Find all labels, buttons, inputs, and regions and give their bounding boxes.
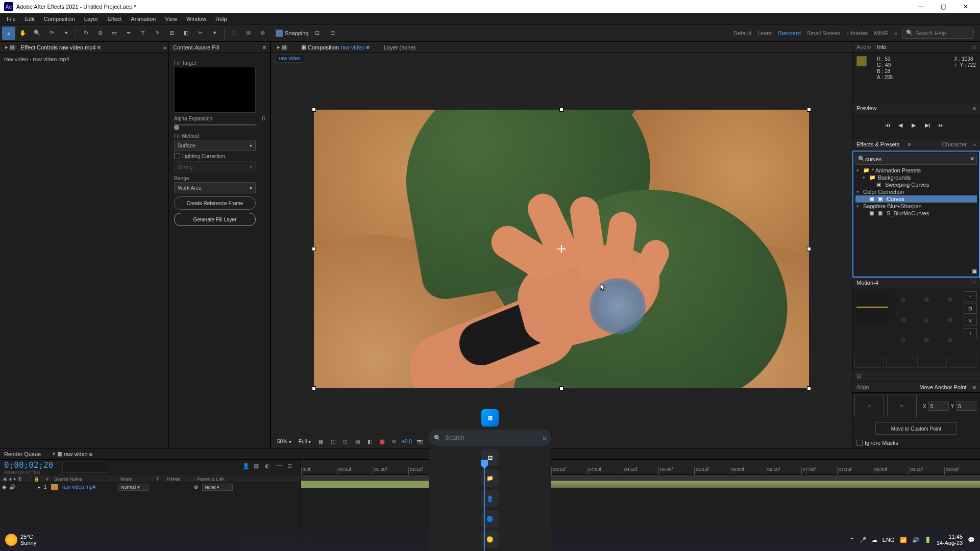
first-frame-button[interactable]: ⏮	[885, 122, 894, 131]
roto-tool[interactable]: ✂	[193, 27, 207, 40]
zoom-select[interactable]: 50% ▾	[275, 439, 293, 444]
roi-icon[interactable]: ⊡	[340, 437, 350, 446]
tabs-overflow-icon[interactable]: »	[973, 141, 976, 147]
parent-select[interactable]: None ▾	[202, 484, 233, 491]
next-frame-button[interactable]: ▶|	[925, 122, 934, 131]
axis-tool[interactable]: ✦	[59, 27, 72, 40]
menu-layer[interactable]: Layer	[80, 14, 103, 23]
motion-side-btn[interactable]: X	[964, 316, 977, 326]
blend-mode-select[interactable]: Normal ▾	[118, 484, 149, 491]
motion-graph[interactable]	[855, 291, 889, 322]
snap-collapse-icon[interactable]: ⊟	[326, 27, 339, 40]
tray-mic-icon[interactable]: 🎤	[860, 537, 867, 543]
lighting-checkbox[interactable]	[174, 153, 180, 159]
header-parent[interactable]: Parent & Link	[194, 477, 250, 482]
menu-composition[interactable]: Composition	[39, 14, 80, 23]
zoom-tool[interactable]: 🔍	[31, 27, 44, 40]
panel-menu-icon[interactable]: ≡	[973, 105, 976, 111]
world-axis-icon[interactable]: ⬢	[242, 27, 255, 40]
eraser-tool[interactable]: ◧	[179, 27, 192, 40]
layer-row-1[interactable]: ◉ 🔊 ▸ 1 raw video.mp4 Normal ▾ ⊚ None ▾	[0, 483, 301, 491]
puppet-tool[interactable]: ✦	[208, 27, 221, 40]
workspace-smallscreen[interactable]: Small Screen	[807, 30, 840, 36]
prev-frame-button[interactable]: ◀	[898, 122, 908, 131]
audio-toggle[interactable]: 🔊	[7, 484, 14, 490]
audio-tab[interactable]: Audio	[856, 44, 871, 50]
motion-cell[interactable]: ◇	[939, 312, 961, 327]
taskbar-search[interactable]: 🔍 b	[429, 430, 551, 446]
motion-side-btn[interactable]: ↕	[964, 328, 977, 338]
effect-controls-tab[interactable]: Effect Controls raw video.mp4 ≡	[18, 44, 104, 51]
people-icon[interactable]: 👤	[481, 490, 499, 507]
handle-tm[interactable]	[559, 108, 564, 112]
project-tab-icon[interactable]: ▸ ▦	[2, 44, 18, 51]
tree-sweeping-curves[interactable]: ▣Sweeping Curves	[855, 181, 977, 188]
workspace-mine[interactable]: MINE	[874, 30, 888, 36]
local-axis-icon[interactable]: ⬡	[228, 27, 241, 40]
tray-chevron-icon[interactable]: ⌃	[850, 537, 854, 543]
composition-frame[interactable]	[314, 110, 809, 388]
snapping-checkbox[interactable]	[276, 30, 283, 37]
header-source[interactable]: Source Name	[51, 477, 117, 482]
tree-curves[interactable]: ▣▣Curves	[855, 195, 977, 203]
snap-edge-icon[interactable]: ⊡	[311, 27, 324, 40]
fill-method-select[interactable]: Surface ▾	[174, 140, 256, 151]
tray-battery-icon[interactable]: 🔋	[924, 537, 932, 543]
caf-menu-icon[interactable]: ≡	[263, 44, 266, 51]
workspace-libraries[interactable]: Libraries	[846, 30, 868, 36]
timeline-search[interactable]	[62, 462, 108, 473]
handle-ml[interactable]	[312, 247, 316, 251]
motion-cell[interactable]: ◇	[916, 332, 937, 347]
motion-cell[interactable]: ◇	[939, 332, 961, 347]
playhead[interactable]	[484, 460, 485, 551]
motion4-tab[interactable]: Motion-4	[856, 280, 878, 286]
menu-effect[interactable]: Effect	[103, 14, 126, 23]
close-button[interactable]: ✕	[955, 0, 976, 13]
shy-icon[interactable]: 👤	[242, 463, 252, 472]
explorer-icon[interactable]: 📁	[481, 469, 499, 487]
create-reference-button[interactable]: Create Reference Frame	[174, 196, 256, 210]
motionblur-icon[interactable]: ◐	[265, 463, 274, 472]
move-anchor-tab[interactable]: Move Anchor Point	[919, 384, 966, 390]
graph-icon[interactable]: 〰	[276, 463, 285, 472]
anchor-y-input[interactable]	[956, 402, 976, 411]
panel-menu-icon[interactable]: ≡	[973, 280, 976, 286]
clone-tool[interactable]: ⊞	[165, 27, 178, 40]
new-bin-icon[interactable]: ▣	[855, 268, 977, 274]
effects-presets-tab[interactable]: Effects & Presets	[856, 141, 899, 147]
align-tab[interactable]: Align	[856, 384, 869, 390]
tab-menu-icon[interactable]: ≡	[97, 44, 101, 51]
header-t[interactable]: T	[153, 477, 163, 482]
frameblend-icon[interactable]: ▦	[254, 463, 263, 472]
view-axis-icon[interactable]: ⬣	[256, 27, 270, 40]
anchor-x-input[interactable]	[928, 402, 949, 411]
motion-btn[interactable]	[886, 356, 916, 368]
alpha-expansion-slider[interactable]	[174, 124, 256, 130]
clear-search-icon[interactable]: ✕	[970, 156, 974, 162]
mask-visibility-icon[interactable]: ◫	[328, 437, 337, 446]
handle-bl[interactable]	[312, 386, 316, 390]
motion-cell[interactable]: ◇	[892, 312, 914, 327]
preview-tab[interactable]: Preview	[856, 105, 876, 111]
start-button[interactable]: ⊞	[481, 409, 499, 427]
anchor-grid-2[interactable]: ⊞	[887, 395, 917, 417]
motion-side-btn[interactable]: +	[964, 291, 977, 302]
grid-icon[interactable]: ▤	[353, 437, 362, 446]
brainstorm-icon[interactable]: ⊡	[287, 463, 297, 472]
hand-tool[interactable]: ✋	[16, 27, 30, 40]
tray-onedrive-icon[interactable]: ☁	[872, 537, 877, 543]
popout-icon[interactable]: ⊡	[856, 373, 861, 380]
tray-notification-icon[interactable]: 💬	[968, 537, 975, 543]
selection-tool[interactable]: ▲	[2, 27, 15, 40]
bing-icon[interactable]: b	[543, 435, 546, 441]
tray-date[interactable]: 14-Aug-23	[937, 540, 963, 546]
transparency-grid-icon[interactable]: ▦	[316, 437, 325, 446]
character-tab[interactable]: Character	[942, 141, 967, 147]
handle-br[interactable]	[807, 386, 811, 390]
color-mgmt-icon[interactable]: ⬤	[377, 437, 386, 446]
menu-help[interactable]: Help	[211, 14, 232, 23]
tab-menu-icon[interactable]: ≡	[366, 44, 369, 51]
panel-menu-icon[interactable]: ≡	[908, 141, 911, 147]
layer-tab[interactable]: Layer (none)	[381, 44, 419, 51]
minimize-button[interactable]: —	[911, 0, 931, 13]
